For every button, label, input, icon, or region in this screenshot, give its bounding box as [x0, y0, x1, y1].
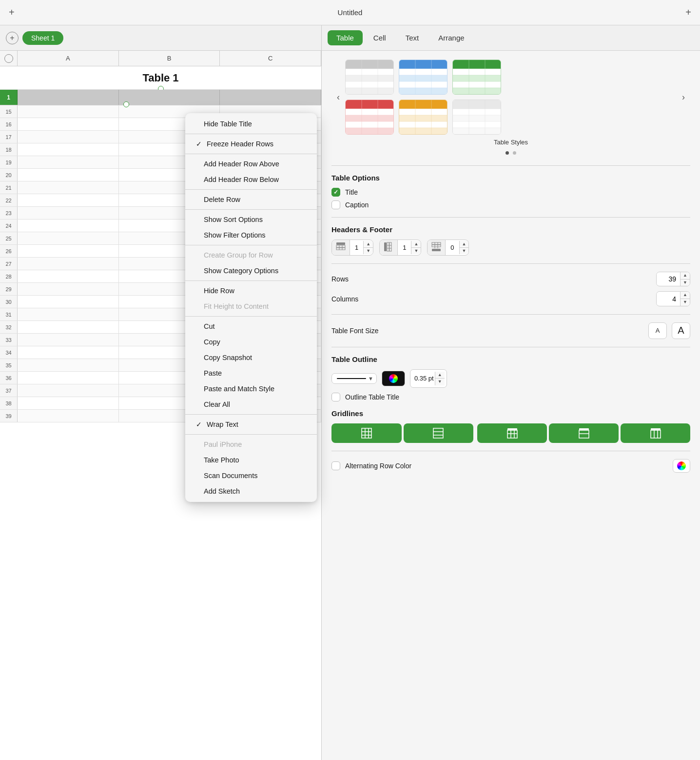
gridline-btn-body-cols[interactable] [621, 423, 690, 443]
tab-table[interactable]: Table [328, 30, 363, 45]
data-cell[interactable] [18, 359, 119, 371]
dot-1[interactable] [506, 151, 509, 155]
data-cell[interactable] [18, 308, 119, 320]
style-thumb-2[interactable] [452, 60, 501, 95]
header-cell-a[interactable] [18, 90, 119, 105]
dot-2[interactable] [513, 151, 516, 155]
columns-down[interactable]: ▼ [681, 299, 690, 306]
data-cell[interactable] [18, 245, 119, 257]
gridline-btn-body-rows[interactable] [549, 423, 619, 443]
menu-item-copy-snapshot[interactable]: Copy Snapshot [185, 350, 317, 365]
col-header-c[interactable]: C [220, 51, 321, 66]
menu-item-hide-table-title[interactable]: Hide Table Title [185, 116, 317, 132]
tab-arrange[interactable]: Arrange [429, 30, 473, 45]
columns-up[interactable]: ▲ [681, 292, 690, 299]
rows-up[interactable]: ▲ [681, 272, 690, 280]
data-cell[interactable] [18, 321, 119, 333]
footer-rows-down[interactable]: ▼ [460, 248, 469, 254]
style-thumb-4[interactable] [399, 100, 447, 135]
col-header-b[interactable]: B [119, 51, 220, 66]
style-thumb-0[interactable] [345, 60, 394, 95]
menu-item-show-category-options[interactable]: Show Category Options [185, 263, 317, 279]
outline-pt-up[interactable]: ▲ [435, 372, 445, 379]
col-header-a[interactable]: A [18, 51, 119, 66]
gridline-btn-rows[interactable] [404, 423, 474, 443]
data-cell[interactable] [18, 410, 119, 422]
data-cell[interactable] [18, 334, 119, 346]
menu-item-add-sketch[interactable]: Add Sketch [185, 483, 317, 499]
footer-rows-up[interactable]: ▲ [460, 241, 469, 248]
menu-item-show-sort-options[interactable]: Show Sort Options [185, 212, 317, 227]
data-cell[interactable] [18, 397, 119, 409]
tab-cell[interactable]: Cell [365, 30, 395, 45]
menu-item-copy[interactable]: Copy [185, 334, 317, 350]
data-cell[interactable] [18, 156, 119, 168]
outline-pt-down[interactable]: ▼ [435, 379, 445, 385]
menu-item-wrap-text[interactable]: Wrap Text [185, 417, 317, 432]
menu-item-add-header-row-above[interactable]: Add Header Row Above [185, 156, 317, 172]
menu-item-cut[interactable]: Cut [185, 319, 317, 334]
style-thumb-1[interactable] [399, 60, 447, 95]
header-cols-down[interactable]: ▼ [411, 248, 421, 254]
rows-input[interactable] [657, 273, 680, 285]
styles-list [345, 60, 677, 135]
data-cell[interactable] [18, 169, 119, 181]
data-cell[interactable] [18, 346, 119, 359]
menu-item-show-filter-options[interactable]: Show Filter Options [185, 227, 317, 243]
select-all-button[interactable] [4, 54, 13, 63]
menu-item-clear-all[interactable]: Clear All [185, 397, 317, 412]
font-size-increase[interactable]: A [672, 322, 690, 339]
new-tab-button[interactable]: + [685, 7, 691, 18]
alt-color-checkbox[interactable] [331, 461, 340, 470]
data-cell[interactable] [18, 232, 119, 244]
menu-item-add-header-row-below[interactable]: Add Header Row Below [185, 172, 317, 187]
data-cell[interactable] [18, 181, 119, 194]
carousel-next[interactable]: › [677, 90, 690, 104]
data-cell[interactable] [18, 296, 119, 308]
data-cell[interactable] [18, 220, 119, 232]
outline-color-button[interactable] [382, 371, 405, 386]
menu-item-take-photo[interactable]: Take Photo [185, 452, 317, 468]
add-sheet-button[interactable]: + [6, 32, 19, 44]
outline-title-checkbox[interactable] [331, 393, 340, 401]
menu-separator [185, 434, 317, 435]
outline-style-select[interactable]: ▼ [331, 373, 377, 384]
gridline-btn-body-all[interactable] [477, 423, 547, 443]
menu-item-hide-row[interactable]: Hide Row [185, 283, 317, 299]
data-cell[interactable] [18, 258, 119, 270]
header-rows-down[interactable]: ▼ [364, 248, 373, 254]
rows-down[interactable]: ▼ [681, 280, 690, 286]
gridline-btn-all[interactable] [331, 423, 402, 443]
data-cell[interactable] [18, 207, 119, 219]
data-cell[interactable] [18, 118, 119, 130]
data-cell[interactable] [18, 105, 119, 118]
header-cols-up[interactable]: ▲ [411, 241, 421, 248]
tab-text[interactable]: Text [397, 30, 428, 45]
style-thumb-3[interactable] [345, 100, 394, 135]
alt-color-picker[interactable] [673, 459, 690, 473]
sheet-tab-1[interactable]: Sheet 1 [22, 31, 63, 45]
table-title-text[interactable]: Table 1 [142, 72, 178, 84]
data-cell[interactable] [18, 131, 119, 143]
columns-input[interactable] [657, 293, 680, 305]
data-cell[interactable] [18, 384, 119, 397]
data-cell[interactable] [18, 270, 119, 282]
data-cell[interactable] [18, 143, 119, 156]
data-cell[interactable] [18, 372, 119, 384]
header-cell-b[interactable] [119, 90, 220, 105]
data-cell[interactable] [18, 194, 119, 206]
menu-item-scan-documents[interactable]: Scan Documents [185, 468, 317, 483]
menu-item-delete-row[interactable]: Delete Row [185, 192, 317, 207]
style-thumb-5[interactable] [452, 100, 501, 135]
font-size-decrease[interactable]: A [648, 322, 667, 339]
menu-item-freeze-header-rows[interactable]: Freeze Header Rows [185, 136, 317, 152]
menu-item-paste-match-style[interactable]: Paste and Match Style [185, 381, 317, 397]
title-checkbox[interactable] [331, 188, 340, 197]
menu-item-paste[interactable]: Paste [185, 365, 317, 381]
header-rows-up[interactable]: ▲ [364, 241, 373, 248]
header-cell-c[interactable] [220, 90, 321, 105]
caption-checkbox[interactable] [331, 200, 340, 209]
data-cell[interactable] [18, 283, 119, 295]
carousel-prev[interactable]: ‹ [331, 90, 345, 104]
add-button[interactable]: + [9, 7, 15, 18]
